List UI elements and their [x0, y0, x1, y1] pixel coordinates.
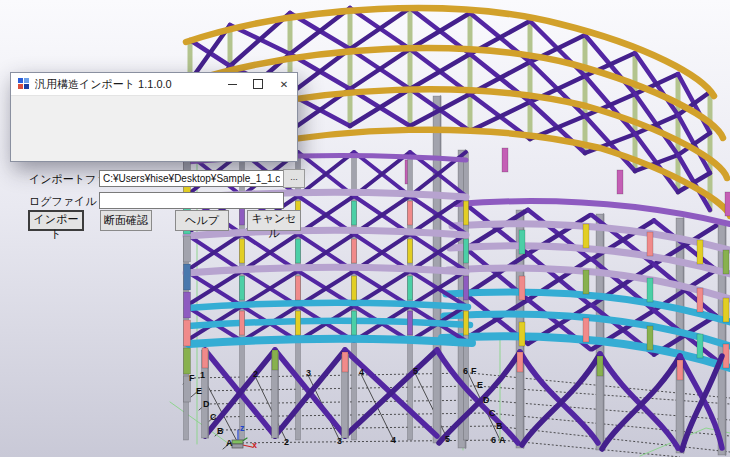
import-dialog: 汎用構造インポート 1.1.0.0 ✕ インポートファイル(.CSV ... ロ…: [10, 72, 298, 162]
import-button[interactable]: インポート: [28, 210, 84, 231]
import-file-input[interactable]: [99, 170, 284, 187]
close-icon: ✕: [280, 79, 288, 90]
application-window: F123456FEDCBAEDCB6A2345zx 汎用構造インポート 1.1.…: [0, 0, 730, 457]
cancel-button[interactable]: キャンセル: [247, 210, 301, 231]
dialog-title-bar[interactable]: 汎用構造インポート 1.1.0.0 ✕: [11, 73, 297, 96]
minimize-icon: [228, 84, 237, 85]
maximize-icon: [253, 79, 263, 89]
section-check-button[interactable]: 断面確認: [100, 210, 152, 231]
app-icon: [18, 78, 30, 90]
help-button[interactable]: ヘルプ: [175, 210, 229, 231]
dialog-title: 汎用構造インポート 1.1.0.0: [35, 77, 172, 92]
maximize-button[interactable]: [245, 73, 271, 95]
browse-button[interactable]: ...: [283, 169, 305, 188]
close-button[interactable]: ✕: [271, 73, 297, 95]
minimize-button[interactable]: [219, 73, 245, 95]
log-file-label: ログファイル: [29, 194, 97, 209]
log-file-input[interactable]: [99, 192, 284, 209]
